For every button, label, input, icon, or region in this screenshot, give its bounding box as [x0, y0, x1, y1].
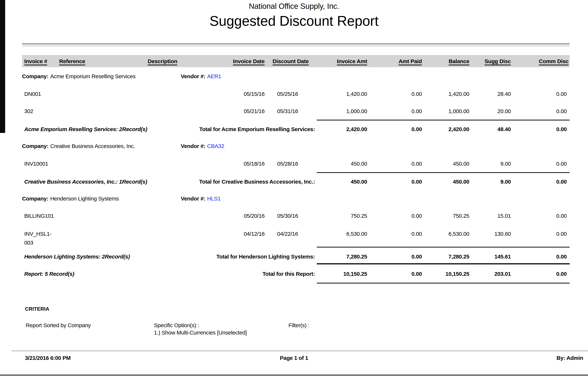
- cell-invoice-date: 04/12/16: [206, 230, 265, 247]
- criteria-sorted-by: Report Sorted by Company: [26, 322, 91, 328]
- cell-invoice-amt: 1,000.00: [309, 107, 367, 116]
- total-sugg-disc: 203.01: [469, 270, 511, 278]
- report-total-label: Total for this Report:: [262, 270, 315, 278]
- column-header-comm-disc: Comm Disc: [511, 58, 568, 64]
- cell-invoice-number: 302: [22, 107, 59, 116]
- group-records-label: Creative Business Accessories, Inc.: 1Re…: [24, 177, 147, 186]
- cell-invoice-number: DN001: [22, 90, 59, 98]
- group-total-amounts: 7,280.25 0.00 7,280.25 145.61 0.00: [309, 252, 568, 261]
- group-total-amounts: 450.00 0.00 450.00 9.00 0.00: [309, 177, 568, 186]
- group-total-row: Creative Business Accessories, Inc.: 1Re…: [22, 177, 568, 186]
- cell-balance: 6,530.00: [422, 230, 469, 247]
- footer-by: By: Admin: [556, 355, 583, 361]
- cell-amt-paid: 0.00: [367, 107, 422, 116]
- cell-sugg-disc: 15.01: [469, 211, 511, 220]
- cell-sugg-disc: 130.60: [469, 230, 511, 247]
- total-comm-disc: 0.00: [511, 177, 568, 186]
- group-total-label: Total for Creative Business Accessories,…: [199, 177, 315, 186]
- total-sugg-disc: 9.00: [469, 177, 511, 186]
- cell-comm-disc: 0.00: [511, 211, 568, 220]
- vendor-link[interactable]: CBA32: [207, 143, 224, 149]
- zoom-stage: National Office Supply, Inc. Suggested D…: [0, 0, 588, 376]
- total-amt-paid: 0.00: [367, 270, 422, 278]
- vendor-label: Vendor #:: [181, 73, 205, 79]
- total-balance: 2,420.00: [422, 125, 469, 134]
- total-balance: 7,280.25: [422, 252, 469, 261]
- group-total-label: Total for Acme Emporium Reselling Servic…: [199, 125, 315, 134]
- cell-discount-date: 04/22/16: [265, 230, 309, 247]
- total-invoice-amt: 7,280.25: [309, 252, 367, 261]
- total-comm-disc: 0.00: [511, 252, 568, 261]
- table-row: 302 05/21/16 05/31/16 1,000.00 0.00 1,00…: [22, 107, 568, 116]
- vendor-label: Vendor #:: [181, 143, 205, 149]
- group-total-rule: [317, 247, 570, 248]
- vendor-link[interactable]: HLS1: [207, 195, 221, 202]
- table-row: INV_HSL1-003 04/12/16 04/22/16 6,530.00 …: [22, 230, 568, 247]
- column-header-invoice-amt: Invoice Amt: [309, 58, 367, 64]
- total-balance: 10,150.25: [422, 270, 469, 278]
- cell-invoice-number: INV10001: [22, 159, 59, 168]
- cell-sugg-disc: 9.00: [469, 159, 511, 168]
- cell-invoice-date: 05/21/16: [206, 107, 265, 116]
- table-row: DN001 05/15/16 05/25/16 1,420.00 0.00 1,…: [22, 90, 568, 98]
- report-total-rule-bottom: [317, 283, 570, 283]
- group-total-label: Total for Henderson Lighting Systems:: [216, 252, 315, 261]
- report-total-rule-top: [317, 263, 570, 264]
- cell-amt-paid: 0.00: [367, 230, 422, 247]
- total-amt-paid: 0.00: [367, 252, 422, 261]
- column-header-invoice-date: Invoice Date: [206, 58, 265, 64]
- cell-invoice-number: BILLING101: [22, 211, 59, 220]
- company-name: Acme Emporium Reselling Services: [50, 73, 136, 79]
- footer-page-number: Page 1 of 1: [0, 355, 588, 361]
- criteria-filters-label: Filter(s) :: [289, 322, 310, 328]
- company-name: Henderson Lighting Systems: [50, 195, 119, 202]
- total-balance: 450.00: [422, 177, 469, 186]
- cell-amt-paid: 0.00: [367, 159, 422, 168]
- group-records-label: Henderson Lighting Systems: 2Record(s): [24, 252, 130, 261]
- cell-invoice-amt: 450.00: [309, 159, 367, 168]
- column-header-discount-date: Discount Date: [265, 58, 309, 64]
- cell-comm-disc: 0.00: [511, 90, 568, 98]
- company-label: Company:: [22, 73, 49, 79]
- cell-discount-date: 05/30/16: [265, 211, 309, 220]
- report-total-amounts: 10,150.25 0.00 10,150.25 203.01 0.00: [309, 270, 568, 278]
- group-total-rule: [317, 172, 570, 173]
- cell-invoice-amt: 6,530.00: [309, 230, 367, 247]
- company-header: National Office Supply, Inc.: [0, 2, 588, 11]
- cell-comm-disc: 0.00: [511, 107, 568, 116]
- table-row: INV10001 05/18/16 05/28/16 450.00 0.00 4…: [22, 159, 568, 168]
- page-title: Suggested Discount Report: [0, 13, 588, 29]
- total-invoice-amt: 2,420.00: [309, 125, 367, 134]
- group-total-row: Acme Emporium Reselling Services: 2Recor…: [22, 125, 568, 134]
- cell-invoice-date: 05/18/16: [206, 159, 265, 168]
- column-header-balance: Balance: [422, 58, 469, 64]
- company-group-header: Company:Creative Business Accessories, I…: [22, 142, 568, 151]
- company-label: Company:: [22, 143, 49, 149]
- company-group-header: Company:Acme Emporium Reselling Services…: [22, 72, 568, 81]
- vendor-link[interactable]: AER1: [207, 73, 221, 79]
- cell-invoice-amt: 1,420.00: [309, 90, 367, 98]
- criteria-heading: CRITERIA: [25, 306, 49, 312]
- table-row: BILLING101 05/20/16 05/30/16 750.25 0.00…: [22, 211, 568, 220]
- total-amt-paid: 0.00: [367, 177, 422, 186]
- cell-balance: 1,420.00: [422, 90, 469, 98]
- cell-invoice-amt: 750.25: [309, 211, 367, 220]
- title-divider-bottom: [22, 45, 570, 46]
- total-sugg-disc: 145.61: [469, 252, 511, 261]
- company-label: Company:: [22, 195, 49, 202]
- cell-invoice-date: 05/15/16: [206, 90, 265, 98]
- company-name: Creative Business Accessories, Inc.: [50, 143, 135, 149]
- vendor-label: Vendor #:: [181, 195, 205, 202]
- total-invoice-amt: 10,150.25: [309, 270, 367, 278]
- report-total-row: Report: 5 Record(s) Total for this Repor…: [22, 270, 568, 278]
- cell-sugg-disc: 28.40: [469, 90, 511, 98]
- cell-invoice-number: INV_HSL1-003: [22, 230, 59, 247]
- cell-discount-date: 05/31/16: [265, 107, 309, 116]
- footer-divider: [11, 350, 588, 351]
- table-header-row: Invoice # Reference Description Invoice …: [22, 55, 570, 67]
- cell-balance: 450.00: [422, 159, 469, 168]
- group-records-label: Acme Emporium Reselling Services: 2Recor…: [24, 125, 147, 134]
- total-comm-disc: 0.00: [511, 270, 568, 278]
- criteria-options-label: Specific Option(s) :: [154, 322, 199, 328]
- column-header-reference: Reference: [59, 58, 147, 64]
